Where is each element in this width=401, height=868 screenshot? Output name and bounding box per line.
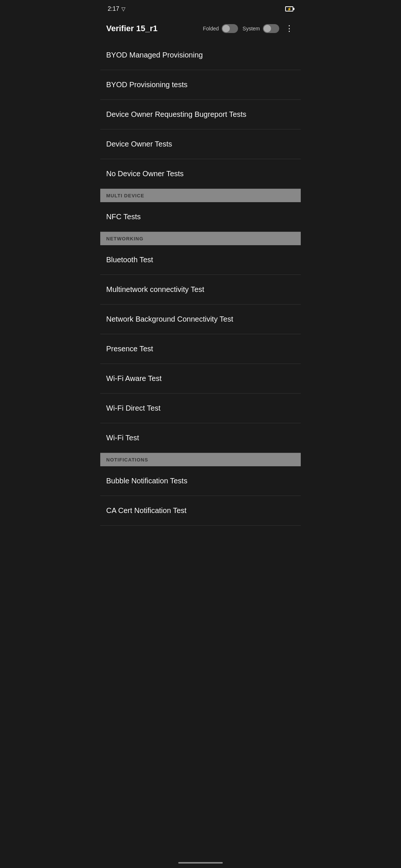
list-item-text: Bubble Notification Tests — [106, 477, 188, 485]
list-item[interactable]: Device Owner Requesting Bugreport Tests — [100, 100, 301, 129]
list-item-text: Bluetooth Test — [106, 256, 153, 264]
list-item-text: Wi-Fi Direct Test — [106, 404, 160, 412]
section-header-text: NOTIFICATIONS — [106, 457, 148, 463]
list-item[interactable]: Multinetwork connectivity Test — [100, 275, 301, 305]
list-item[interactable]: No Device Owner Tests — [100, 159, 301, 189]
status-bar-left: 2:17 ▽ — [108, 6, 125, 12]
section-header-text: NETWORKING — [106, 236, 143, 241]
list-item-text: Presence Test — [106, 345, 153, 353]
list-item[interactable]: BYOD Provisioning tests — [100, 70, 301, 100]
list-item-text: Device Owner Tests — [106, 140, 172, 148]
folded-toggle[interactable] — [222, 24, 238, 33]
list-item[interactable]: Wi-Fi Aware Test — [100, 364, 301, 394]
list-item-text: NFC Tests — [106, 213, 141, 221]
list-item[interactable]: Presence Test — [100, 334, 301, 364]
folded-toggle-group: Folded — [203, 24, 238, 33]
section-header-multi-device: MULTI DEVICE — [100, 189, 301, 202]
wifi-icon: ▽ — [121, 6, 125, 12]
list-item[interactable]: Device Owner Tests — [100, 129, 301, 159]
list-item-text: Wi-Fi Test — [106, 434, 139, 442]
list-item[interactable]: Bubble Notification Tests — [100, 466, 301, 496]
section-header-notifications: NOTIFICATIONS — [100, 453, 301, 466]
app-header: Verifier 15_r1 Folded System ⋮ — [100, 17, 301, 40]
list-item-text: Device Owner Requesting Bugreport Tests — [106, 110, 247, 119]
app-title: Verifier 15_r1 — [106, 24, 199, 33]
battery-icon — [285, 6, 293, 11]
system-label: System — [242, 26, 260, 32]
list-item[interactable]: Wi-Fi Test — [100, 423, 301, 453]
list-container: BYOD Managed ProvisioningBYOD Provisioni… — [100, 40, 301, 526]
list-item[interactable]: Wi-Fi Direct Test — [100, 394, 301, 423]
section-header-networking: NETWORKING — [100, 232, 301, 245]
status-bar-right — [285, 6, 293, 11]
list-item-text: BYOD Managed Provisioning — [106, 51, 203, 59]
list-item[interactable]: BYOD Managed Provisioning — [100, 40, 301, 70]
more-options-icon[interactable]: ⋮ — [284, 22, 295, 35]
list-item[interactable]: CA Cert Notification Test — [100, 496, 301, 526]
list-item-text: No Device Owner Tests — [106, 170, 184, 178]
folded-label: Folded — [203, 26, 219, 32]
status-bar: 2:17 ▽ — [100, 0, 301, 17]
list-item[interactable]: Bluetooth Test — [100, 245, 301, 275]
list-item[interactable]: NFC Tests — [100, 202, 301, 232]
list-item-text: Network Background Connectivity Test — [106, 315, 233, 323]
list-item-text: CA Cert Notification Test — [106, 506, 186, 515]
section-header-text: MULTI DEVICE — [106, 193, 144, 198]
list-item-text: Multinetwork connectivity Test — [106, 285, 204, 294]
list-item-text: Wi-Fi Aware Test — [106, 374, 162, 383]
status-time: 2:17 — [108, 6, 119, 12]
system-toggle[interactable] — [263, 24, 279, 33]
list-item-text: BYOD Provisioning tests — [106, 80, 188, 89]
system-toggle-group: System — [242, 24, 279, 33]
list-item[interactable]: Network Background Connectivity Test — [100, 305, 301, 334]
